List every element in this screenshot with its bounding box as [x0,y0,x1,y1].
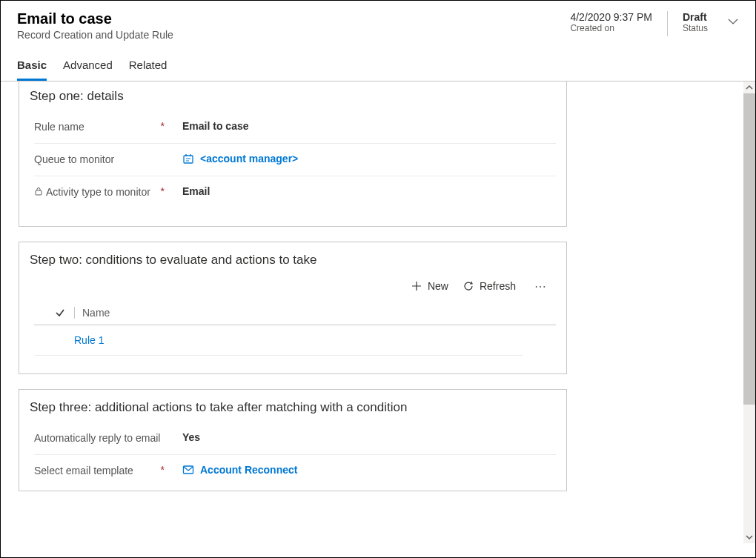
more-commands-button[interactable]: ⋯ [531,279,550,293]
queue-icon [182,153,194,165]
required-indicator-icon: * [161,185,165,197]
expand-header-button[interactable] [727,16,739,30]
step-three-card: Step three: additional actions to take a… [19,389,567,492]
step-one-title: Step one: details [30,89,556,104]
auto-reply-label: Automatically reply to email [34,431,160,445]
activity-type-value: Email [182,185,210,197]
activity-type-label: Activity type to monitor [46,185,150,199]
queue-label: Queue to monitor [34,153,114,167]
tab-advanced[interactable]: Advanced [63,54,113,81]
rule-name-value[interactable]: Email to case [182,120,249,132]
tab-related[interactable]: Related [129,54,168,81]
scroll-down-button[interactable] [743,531,755,543]
queue-value[interactable]: <account manager> [200,153,298,165]
plus-icon [411,281,422,291]
required-indicator-icon: * [161,120,165,132]
tab-basic[interactable]: Basic [17,54,47,81]
status-field: Draft Status [681,11,709,33]
status-label: Status [683,23,708,33]
rule-link[interactable]: Rule 1 [74,334,104,346]
caret-up-icon [746,84,753,91]
table-row[interactable]: Rule 1 [34,325,523,356]
step-one-card: Step one: details Rule name * Email to c… [19,82,567,227]
email-template-label: Select email template [34,464,133,478]
created-on-field: 4/2/2020 9:37 PM Created on [568,11,654,33]
step-two-card: Step two: conditions to evaluate and act… [19,242,567,374]
new-button[interactable]: New [411,280,448,292]
select-all-checkbox[interactable] [55,308,74,318]
more-icon: ⋯ [534,280,547,293]
status-value: Draft [683,11,708,23]
rule-name-label: Rule name [34,120,84,134]
lock-icon [34,187,43,196]
svg-rect-1 [36,190,42,195]
required-indicator-icon: * [161,464,165,476]
svg-rect-0 [184,156,193,163]
email-template-value[interactable]: Account Reconnect [200,464,297,476]
step-three-title: Step three: additional actions to take a… [30,400,556,415]
check-icon [55,308,65,318]
chevron-down-icon [727,16,739,27]
page-subtitle: Record Creation and Update Rule [17,29,568,41]
caret-down-icon [746,534,753,541]
scrollbar-thumb[interactable] [743,93,755,405]
created-on-value: 4/2/2020 9:37 PM [570,11,652,23]
refresh-button-label: Refresh [480,280,516,292]
auto-reply-value[interactable]: Yes [182,431,200,443]
vertical-scrollbar[interactable] [743,82,755,543]
created-on-label: Created on [570,23,652,33]
refresh-icon [463,281,474,291]
grid-column-name[interactable]: Name [74,307,110,319]
refresh-button[interactable]: Refresh [463,280,516,292]
new-button-label: New [428,280,448,292]
scroll-up-button[interactable] [743,82,755,93]
page-title: Email to case [17,10,568,27]
email-template-icon [182,464,194,476]
step-two-title: Step two: conditions to evaluate and act… [30,253,556,268]
